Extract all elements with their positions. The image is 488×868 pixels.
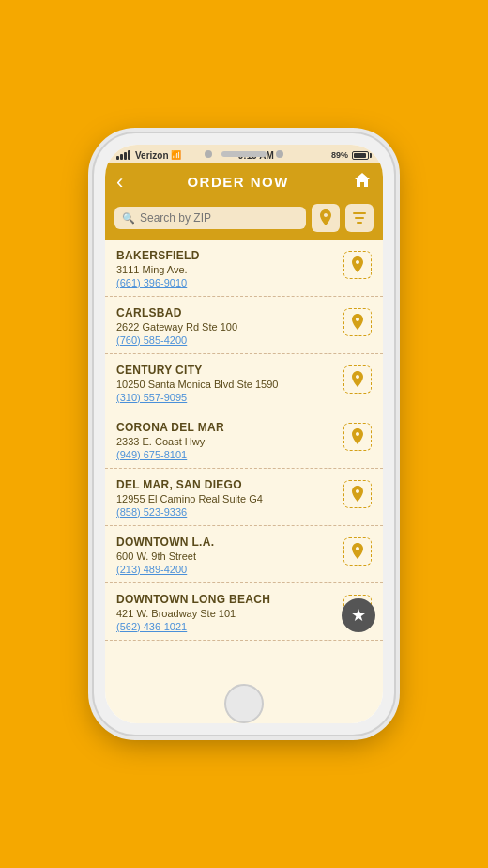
location-address: 421 W. Broadway Ste 101 (116, 608, 336, 619)
location-phone[interactable]: (213) 489-4200 (116, 564, 336, 575)
location-info: CARLSBAD 2622 Gateway Rd Ste 100 (760) 5… (116, 306, 336, 346)
list-item: DEL MAR, SAN DIEGO 12955 El Camino Real … (105, 469, 383, 526)
search-bar: 🔍 (105, 200, 383, 240)
svg-rect-2 (357, 222, 362, 224)
signal-bars (116, 150, 130, 160)
location-phone[interactable]: (562) 436-1021 (116, 621, 336, 632)
location-name: CARLSBAD (116, 306, 336, 319)
list-item: CENTURY CITY 10250 Santa Monica Blvd Ste… (105, 354, 383, 411)
location-pin-button[interactable] (343, 308, 372, 336)
list-item: DOWNTOWN LONG BEACH 421 W. Broadway Ste … (105, 583, 383, 641)
location-name: CENTURY CITY (116, 364, 336, 377)
location-address: 2622 Gateway Rd Ste 100 (116, 321, 336, 333)
location-phone[interactable]: (858) 523-9336 (116, 506, 336, 518)
camera2 (276, 150, 283, 158)
svg-rect-1 (355, 217, 364, 219)
location-name: BAKERSFIELD (116, 249, 336, 262)
location-address: 2333 E. Coast Hwy (116, 436, 336, 447)
location-info: DOWNTOWN L.A. 600 W. 9th Street (213) 48… (116, 535, 336, 575)
location-name: DEL MAR, SAN DIEGO (116, 478, 336, 491)
location-phone[interactable]: (661) 396-9010 (116, 277, 336, 288)
location-pin-button[interactable] (343, 365, 372, 394)
carrier-label: Verizon (135, 150, 169, 161)
home-button[interactable] (353, 171, 372, 193)
battery-indicator (352, 151, 372, 160)
location-info: DEL MAR, SAN DIEGO 12955 El Camino Real … (116, 478, 336, 518)
phone-screen: Verizon 📶 9:19 AM 89% ‹ ORDER NOW (105, 145, 383, 723)
home-hardware-button[interactable] (224, 684, 264, 723)
search-input[interactable] (140, 211, 298, 225)
favorite-button[interactable]: ★ (342, 598, 375, 632)
location-address: 600 W. 9th Street (116, 550, 336, 562)
page-title: ORDER NOW (187, 174, 289, 190)
location-info: CORONA DEL MAR 2333 E. Coast Hwy (949) 6… (116, 421, 336, 460)
location-address: 12955 El Camino Real Suite G4 (116, 493, 336, 504)
search-icon: 🔍 (122, 212, 135, 225)
camera (205, 150, 212, 158)
speaker (221, 151, 267, 157)
location-pin-button[interactable] (343, 480, 372, 508)
location-address: 10250 Santa Monica Blvd Ste 1590 (116, 379, 336, 390)
list-item: BAKERSFIELD 3111 Ming Ave. (661) 396-901… (105, 240, 383, 297)
status-left: Verizon 📶 (116, 150, 181, 161)
location-info: CENTURY CITY 10250 Santa Monica Blvd Ste… (116, 364, 336, 403)
svg-rect-0 (353, 212, 366, 214)
location-phone[interactable]: (310) 557-9095 (116, 392, 336, 403)
search-input-wrap[interactable]: 🔍 (114, 207, 306, 229)
location-name: CORONA DEL MAR (116, 421, 336, 434)
back-button[interactable]: ‹ (116, 172, 123, 193)
phone-frame: Verizon 📶 9:19 AM 89% ‹ ORDER NOW (94, 133, 394, 735)
location-phone[interactable]: (760) 585-4200 (116, 334, 336, 346)
location-pin-button[interactable] (343, 423, 372, 451)
wifi-icon: 📶 (171, 150, 181, 160)
battery-percent: 89% (331, 150, 348, 160)
location-pin-button[interactable] (343, 537, 372, 566)
location-info: DOWNTOWN LONG BEACH 421 W. Broadway Ste … (116, 593, 336, 632)
location-address: 3111 Ming Ave. (116, 264, 336, 275)
location-button[interactable] (312, 204, 340, 232)
list-item: CORONA DEL MAR 2333 E. Coast Hwy (949) 6… (105, 411, 383, 469)
location-name: DOWNTOWN L.A. (116, 535, 336, 549)
status-right: 89% (331, 150, 372, 160)
location-name: DOWNTOWN LONG BEACH (116, 593, 336, 606)
nav-bar: ‹ ORDER NOW (105, 163, 383, 200)
list-item: CARLSBAD 2622 Gateway Rd Ste 100 (760) 5… (105, 297, 383, 354)
location-list: BAKERSFIELD 3111 Ming Ave. (661) 396-901… (105, 240, 383, 723)
filter-button[interactable] (345, 204, 374, 232)
location-pin-button[interactable] (343, 251, 372, 279)
location-info: BAKERSFIELD 3111 Ming Ave. (661) 396-901… (116, 249, 336, 288)
list-item: DOWNTOWN L.A. 600 W. 9th Street (213) 48… (105, 526, 383, 583)
location-phone[interactable]: (949) 675-8101 (116, 449, 336, 460)
